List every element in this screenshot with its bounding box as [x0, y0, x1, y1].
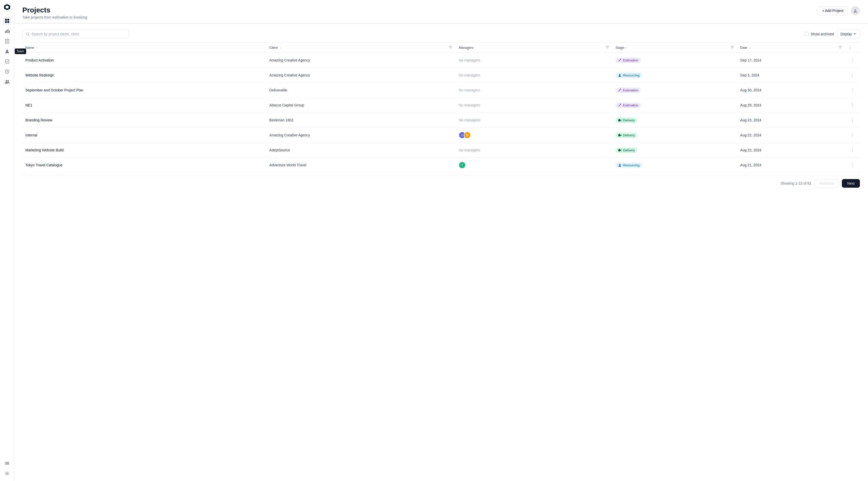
sidebar-settings-icon[interactable]	[3, 469, 12, 478]
row-7-more-button[interactable]: ⋮	[848, 161, 857, 169]
svg-point-15	[6, 80, 7, 82]
sidebar-item-clients[interactable]	[3, 77, 12, 86]
row-6-client-filter-spacer	[445, 143, 456, 158]
row-7-actions[interactable]: ⋮	[845, 158, 860, 173]
row-7-name[interactable]: Tokyo Travel Catalogue	[22, 158, 266, 173]
col-header-client[interactable]: Client ↕	[266, 43, 445, 53]
row-2-date-filter-spacer	[835, 83, 845, 98]
row-1-client-filter-spacer	[445, 68, 456, 83]
stage-sort-icon[interactable]: ↕	[626, 46, 628, 49]
client-filter-icon[interactable]	[448, 45, 453, 49]
row-1-actions[interactable]: ⋮	[845, 68, 860, 83]
svg-rect-7	[9, 30, 10, 33]
row-6-client: AdeptSource	[266, 143, 445, 158]
stage-filter-icon[interactable]	[730, 45, 734, 49]
col-managers-filter[interactable]	[602, 43, 613, 53]
svg-point-22	[26, 32, 28, 35]
search-box[interactable]	[22, 30, 129, 38]
sidebar-item-analytics[interactable]	[3, 26, 12, 35]
col-stage-filter[interactable]	[727, 43, 737, 53]
svg-rect-19	[5, 464, 9, 464]
display-button[interactable]: Display	[837, 30, 860, 38]
managers-filter-icon[interactable]	[605, 45, 609, 49]
row-6-managers: No managers	[456, 143, 602, 158]
show-archived-checkbox[interactable]	[805, 32, 809, 36]
previous-button[interactable]: Previous	[814, 179, 839, 188]
row-5-managers: LD	[456, 128, 602, 143]
row-2-date: Aug 30, 2024	[737, 83, 835, 98]
row-2-name[interactable]: September and October Project Plan	[22, 83, 266, 98]
row-0-stage-filter-spacer	[727, 53, 737, 68]
row-7-date-filter-spacer	[835, 158, 845, 173]
row-2-actions[interactable]: ⋮	[845, 83, 860, 98]
row-6-stage: Delivery	[613, 143, 727, 158]
svg-rect-3	[7, 21, 9, 23]
row-4-managers: No managers	[456, 113, 602, 128]
row-6-name[interactable]: Marketing Website Build	[22, 143, 266, 158]
show-archived-toggle[interactable]: Show archived	[805, 32, 834, 36]
col-stage-label: Stage	[616, 46, 624, 50]
next-button[interactable]: Next	[842, 179, 860, 188]
col-actions-dots: ⋮	[848, 46, 851, 50]
col-date-filter[interactable]	[835, 43, 845, 53]
table-row: Marketing Website BuildAdeptSourceNo man…	[22, 143, 860, 158]
user-avatar[interactable]	[851, 6, 860, 15]
svg-rect-37	[618, 120, 620, 121]
add-project-button[interactable]: + Add Project	[818, 6, 848, 15]
row-0-name[interactable]: Product Activation	[22, 53, 266, 68]
row-4-actions[interactable]: ⋮	[845, 113, 860, 128]
row-4-more-button[interactable]: ⋮	[848, 116, 857, 124]
row-2-managers: No managers	[456, 83, 602, 98]
row-5-more-button[interactable]: ⋮	[848, 131, 857, 139]
col-header-name[interactable]: Name ↕	[22, 43, 266, 53]
sidebar-menu-icon[interactable]	[3, 459, 12, 468]
row-2-client: Deliverable	[266, 83, 445, 98]
row-4-client: Beekman 1802	[266, 113, 445, 128]
sidebar-item-team[interactable]: Team	[3, 47, 12, 56]
client-sort-icon[interactable]: ↕	[280, 46, 281, 49]
page-title: Projects	[22, 6, 87, 14]
sidebar-item-time[interactable]	[3, 67, 12, 76]
svg-rect-6	[8, 29, 8, 33]
sidebar-item-notebook[interactable]	[3, 36, 12, 46]
col-header-stage[interactable]: Stage ↕	[613, 43, 727, 53]
row-4-date: Aug 23, 2024	[737, 113, 835, 128]
row-1-more-button[interactable]: ⋮	[848, 71, 857, 79]
svg-point-21	[855, 9, 856, 11]
row-1-client: Amazing Creative Agency	[266, 68, 445, 83]
row-6-date-filter-spacer	[835, 143, 845, 158]
row-5-managers-filter-spacer	[602, 128, 613, 143]
sidebar-item-reports[interactable]	[3, 57, 12, 66]
date-filter-icon[interactable]	[838, 45, 842, 49]
row-3-actions[interactable]: ⋮	[845, 98, 860, 113]
row-6-more-button[interactable]: ⋮	[848, 146, 857, 154]
col-managers-label: Managers	[459, 46, 473, 50]
sidebar-item-projects[interactable]	[3, 16, 12, 25]
row-3-name[interactable]: NE1	[22, 98, 266, 113]
row-1-name[interactable]: Website Redesign	[22, 68, 266, 83]
col-client-filter[interactable]	[445, 43, 456, 53]
date-sort-icon[interactable]: ↕	[749, 46, 751, 49]
row-1-date: Sep 3, 2024	[737, 68, 835, 83]
row-5-name[interactable]: Internal	[22, 128, 266, 143]
row-4-name[interactable]: Branding Review	[22, 113, 266, 128]
table-row: Website RedesignAmazing Creative AgencyN…	[22, 68, 860, 83]
table-row: September and October Project PlanDelive…	[22, 83, 860, 98]
row-2-managers-filter-spacer	[602, 83, 613, 98]
row-3-more-button[interactable]: ⋮	[848, 101, 857, 109]
row-0-client-filter-spacer	[445, 53, 456, 68]
svg-rect-18	[5, 463, 9, 463]
svg-rect-42	[619, 149, 620, 150]
row-0-more-button[interactable]: ⋮	[848, 56, 857, 64]
row-5-actions[interactable]: ⋮	[845, 128, 860, 143]
name-sort-icon[interactable]: ↕	[36, 46, 37, 49]
search-input[interactable]	[31, 32, 126, 36]
row-2-stage-filter-spacer	[727, 83, 737, 98]
col-header-date[interactable]: Date ↕	[737, 43, 835, 53]
row-0-actions[interactable]: ⋮	[845, 53, 860, 68]
row-7-managers-filter-spacer	[602, 158, 613, 173]
row-0-stage: Estimation	[613, 53, 727, 68]
row-6-actions[interactable]: ⋮	[845, 143, 860, 158]
app-logo[interactable]	[3, 3, 11, 11]
row-2-more-button[interactable]: ⋮	[848, 86, 857, 94]
